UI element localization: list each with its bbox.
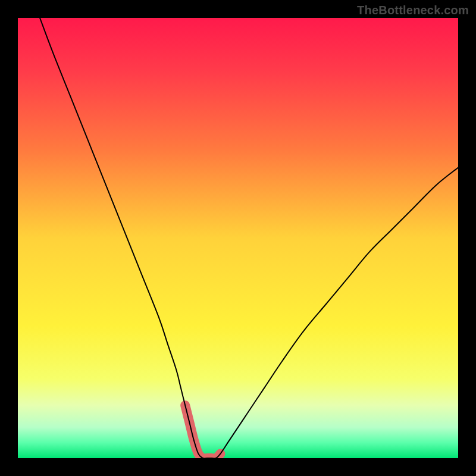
watermark-text: TheBottleneck.com (357, 4, 469, 17)
plot-area (18, 18, 458, 458)
gradient-background (18, 18, 458, 458)
bottleneck-chart (18, 18, 458, 458)
chart-frame: TheBottleneck.com (0, 0, 476, 476)
